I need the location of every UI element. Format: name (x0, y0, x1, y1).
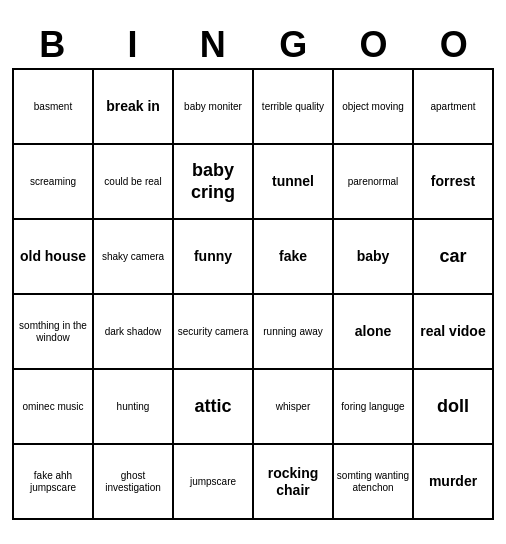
cell-24: ominec music (14, 370, 94, 445)
cell-28: foring languge (334, 370, 414, 445)
cell-22: alone (334, 295, 414, 370)
cell-16: baby (334, 220, 414, 295)
cell-35: murder (414, 445, 494, 520)
bingo-card: BINGOO basmentbreak inbaby moniterterrib… (8, 20, 498, 524)
cell-6: screaming (14, 145, 94, 220)
bingo-grid: basmentbreak inbaby moniterterrible qual… (12, 68, 494, 520)
cell-20: security camera (174, 295, 254, 370)
cell-32: jumpscare (174, 445, 254, 520)
cell-13: shaky camera (94, 220, 174, 295)
cell-10: parenormal (334, 145, 414, 220)
title-letter-B: B (15, 24, 90, 66)
cell-15: fake (254, 220, 334, 295)
cell-0: basment (14, 70, 94, 145)
cell-9: tunnel (254, 145, 334, 220)
cell-1: break in (94, 70, 174, 145)
cell-26: attic (174, 370, 254, 445)
cell-17: car (414, 220, 494, 295)
cell-14: funny (174, 220, 254, 295)
title-letter-G: G (256, 24, 331, 66)
cell-31: ghost investigation (94, 445, 174, 520)
title-letter-O: O (336, 24, 411, 66)
cell-2: baby moniter (174, 70, 254, 145)
cell-18: somthing in the window (14, 295, 94, 370)
cell-21: running away (254, 295, 334, 370)
cell-23: real vidoe (414, 295, 494, 370)
cell-3: terrible quality (254, 70, 334, 145)
title-letter-O: O (416, 24, 491, 66)
cell-8: baby cring (174, 145, 254, 220)
cell-29: doll (414, 370, 494, 445)
cell-12: old house (14, 220, 94, 295)
cell-34: somting wanting atenchon (334, 445, 414, 520)
cell-25: hunting (94, 370, 174, 445)
cell-27: whisper (254, 370, 334, 445)
cell-7: could be real (94, 145, 174, 220)
cell-5: apartment (414, 70, 494, 145)
cell-19: dark shadow (94, 295, 174, 370)
title-letter-N: N (175, 24, 250, 66)
cell-30: fake ahh jumpscare (14, 445, 94, 520)
cell-11: forrest (414, 145, 494, 220)
bingo-title: BINGOO (12, 24, 494, 66)
cell-33: rocking chair (254, 445, 334, 520)
cell-4: object moving (334, 70, 414, 145)
title-letter-I: I (95, 24, 170, 66)
